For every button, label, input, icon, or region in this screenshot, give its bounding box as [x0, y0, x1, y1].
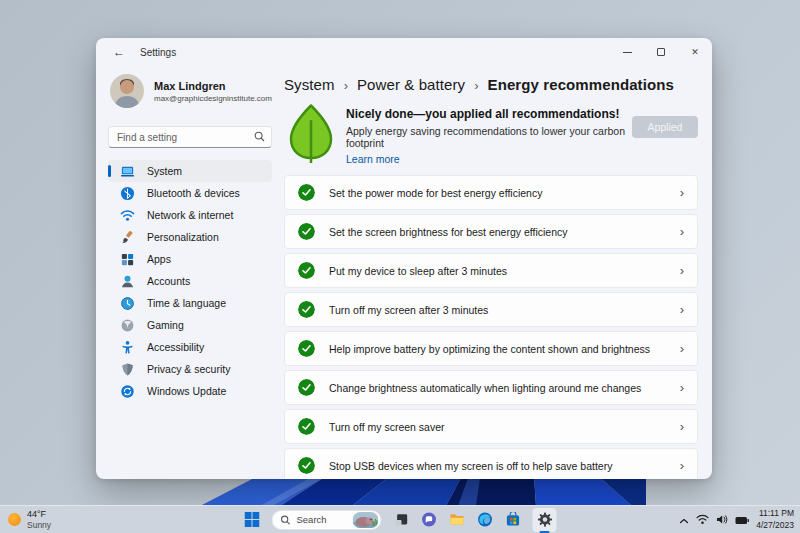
- taskbar: 44°F Sunny Search: [0, 505, 800, 533]
- search-icon: [254, 131, 265, 142]
- task-view-icon: [394, 513, 408, 527]
- chevron-right-icon: ›: [680, 381, 684, 394]
- microsoft-store-button[interactable]: [505, 511, 522, 528]
- gaming-icon: [120, 318, 135, 333]
- chevron-right-icon: ›: [680, 459, 684, 472]
- tray-network-button[interactable]: [696, 511, 709, 529]
- titlebar: ← Settings ✕: [96, 38, 712, 66]
- recommendation-row-sleep[interactable]: Put my device to sleep after 3 minutes ›: [284, 253, 698, 288]
- settings-app-button[interactable]: [533, 508, 557, 532]
- chat-button[interactable]: [421, 511, 438, 528]
- personalization-icon: [120, 230, 135, 245]
- sidebar-item-label: Accounts: [147, 275, 190, 287]
- minimize-icon: [623, 52, 632, 53]
- edge-icon: [478, 512, 493, 527]
- sidebar-item-privacy-security[interactable]: Privacy & security: [108, 358, 272, 380]
- breadcrumb-power-battery[interactable]: Power & battery: [357, 76, 465, 93]
- check-circle-icon: [298, 301, 315, 318]
- sidebar-item-label: Personalization: [147, 231, 219, 243]
- file-explorer-button[interactable]: [449, 511, 466, 528]
- weather-temp: 44°F: [27, 509, 51, 519]
- sunny-icon: [8, 513, 21, 526]
- time-language-icon: [120, 296, 135, 311]
- recommendation-label: Change brightness automatically when lig…: [329, 382, 641, 394]
- privacy-security-icon: [120, 362, 135, 377]
- taskbar-search[interactable]: Search: [272, 510, 382, 530]
- windows-bloom-wallpaper: [200, 476, 646, 506]
- page-title: Energy recommendations: [488, 76, 674, 93]
- wifi-icon: [696, 514, 709, 525]
- sidebar-item-gaming[interactable]: Gaming: [108, 314, 272, 336]
- recommendation-row-optimize-content[interactable]: Help improve battery by optimizing the c…: [284, 331, 698, 366]
- breadcrumb-separator-icon: ›: [474, 77, 478, 93]
- check-circle-icon: [298, 379, 315, 396]
- accessibility-icon: [120, 340, 135, 355]
- recommendation-label: Turn off my screen after 3 minutes: [329, 304, 488, 316]
- sidebar-item-windows-update[interactable]: Windows Update: [108, 380, 272, 402]
- sidebar-item-time-language[interactable]: Time & language: [108, 292, 272, 314]
- tray-volume-button[interactable]: [716, 511, 728, 529]
- recommendation-row-screen-saver[interactable]: Turn off my screen saver ›: [284, 409, 698, 444]
- sidebar-item-label: Gaming: [147, 319, 184, 331]
- tray-show-hidden-icons-button[interactable]: [679, 511, 689, 529]
- sidebar-item-accessibility[interactable]: Accessibility: [108, 336, 272, 358]
- recommendation-row-auto-brightness[interactable]: Change brightness automatically when lig…: [284, 370, 698, 405]
- edge-browser-button[interactable]: [477, 511, 494, 528]
- search-input[interactable]: [108, 126, 272, 148]
- recommendation-row-power-mode[interactable]: Set the power mode for best energy effic…: [284, 175, 698, 210]
- sidebar-item-label: System: [147, 165, 182, 177]
- maximize-button[interactable]: [644, 38, 678, 66]
- recommendation-row-usb[interactable]: Stop USB devices when my screen is off t…: [284, 448, 698, 479]
- windows-update-icon: [120, 384, 135, 399]
- sidebar-item-label: Apps: [147, 253, 171, 265]
- chevron-right-icon: ›: [680, 420, 684, 433]
- close-button[interactable]: ✕: [678, 38, 712, 66]
- sidebar-item-network-internet[interactable]: Network & internet: [108, 204, 272, 226]
- battery-icon: [735, 516, 749, 525]
- tray-battery-button[interactable]: [735, 511, 749, 529]
- minimize-button[interactable]: [610, 38, 644, 66]
- check-circle-icon: [298, 262, 315, 279]
- sidebar-item-bluetooth-devices[interactable]: Bluetooth & devices: [108, 182, 272, 204]
- chevron-right-icon: ›: [680, 186, 684, 199]
- bluetooth-icon: [120, 186, 135, 201]
- check-circle-icon: [298, 457, 315, 474]
- recommendation-label: Turn off my screen saver: [329, 421, 445, 433]
- sidebar-item-label: Time & language: [147, 297, 226, 309]
- close-icon: ✕: [691, 47, 699, 57]
- applied-button[interactable]: Applied: [632, 116, 698, 138]
- chevron-right-icon: ›: [680, 225, 684, 238]
- learn-more-link[interactable]: Learn more: [346, 153, 400, 165]
- microsoft-store-icon: [506, 512, 521, 527]
- sidebar-item-label: Accessibility: [147, 341, 204, 353]
- sidebar-item-system[interactable]: System: [108, 160, 272, 182]
- recommendations-list: Set the power mode for best energy effic…: [284, 175, 698, 479]
- check-circle-icon: [298, 223, 315, 240]
- weather-widget[interactable]: 44°F Sunny: [8, 509, 51, 530]
- back-button[interactable]: ←: [104, 41, 134, 63]
- sidebar-item-apps[interactable]: Apps: [108, 248, 272, 270]
- clock[interactable]: 11:11 PM 4/27/2023: [756, 508, 794, 531]
- start-button[interactable]: [244, 511, 261, 528]
- sidebar-item-label: Windows Update: [147, 385, 226, 397]
- file-explorer-icon: [450, 512, 465, 527]
- settings-gear-icon: [537, 512, 552, 527]
- search-highlight-hippo-image: [353, 512, 379, 528]
- chevron-right-icon: ›: [680, 303, 684, 316]
- recommendation-row-screen-off[interactable]: Turn off my screen after 3 minutes ›: [284, 292, 698, 327]
- recommendation-row-screen-brightness[interactable]: Set the screen brightness for best energ…: [284, 214, 698, 249]
- recommendation-label: Set the screen brightness for best energ…: [329, 226, 568, 238]
- breadcrumb-system[interactable]: System: [284, 76, 335, 93]
- recommendation-label: Stop USB devices when my screen is off t…: [329, 460, 612, 472]
- recommendation-label: Put my device to sleep after 3 minutes: [329, 265, 507, 277]
- speaker-icon: [716, 514, 728, 525]
- sidebar-item-accounts[interactable]: Accounts: [108, 270, 272, 292]
- check-circle-icon: [298, 184, 315, 201]
- hero-title: Nicely done—you applied all recommendati…: [346, 107, 632, 121]
- task-view-button[interactable]: [393, 511, 410, 528]
- sidebar-item-label: Privacy & security: [147, 363, 230, 375]
- profile-section[interactable]: Max Lindgren max@graphicdesigninstitute.…: [108, 70, 272, 112]
- windows-logo-icon: [245, 512, 260, 527]
- sidebar-item-personalization[interactable]: Personalization: [108, 226, 272, 248]
- avatar: [110, 74, 144, 108]
